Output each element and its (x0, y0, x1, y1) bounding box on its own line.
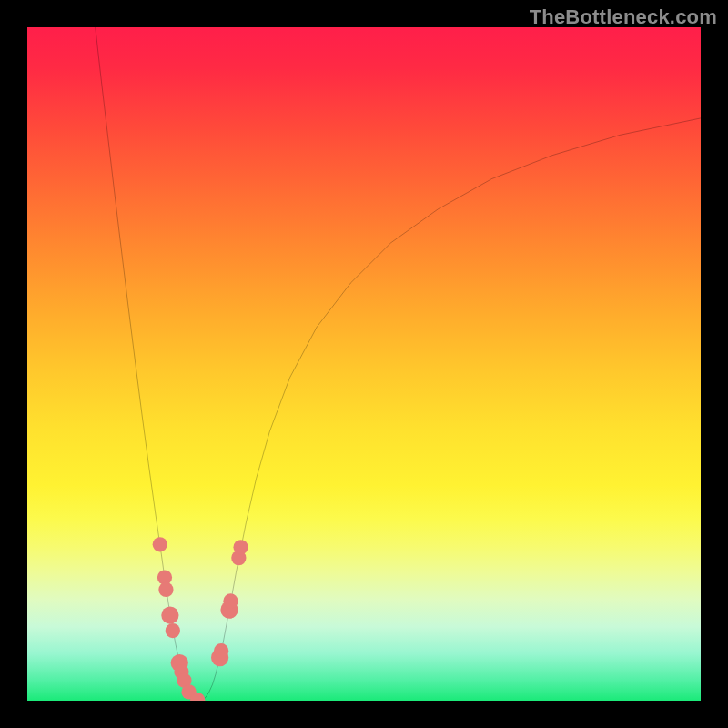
watermark-text: TheBottleneck.com (530, 5, 717, 29)
curve-svg (27, 27, 701, 701)
data-marker (223, 593, 238, 608)
data-marker (153, 537, 167, 551)
chart-container: TheBottleneck.com (0, 0, 728, 728)
data-marker (158, 582, 173, 597)
data-marker (161, 606, 178, 623)
marker-group (153, 537, 248, 701)
right-curve (199, 118, 701, 701)
plot-area (27, 27, 701, 701)
left-curve (96, 27, 199, 701)
data-marker (233, 540, 248, 554)
data-marker (166, 623, 180, 638)
data-marker (214, 643, 228, 658)
